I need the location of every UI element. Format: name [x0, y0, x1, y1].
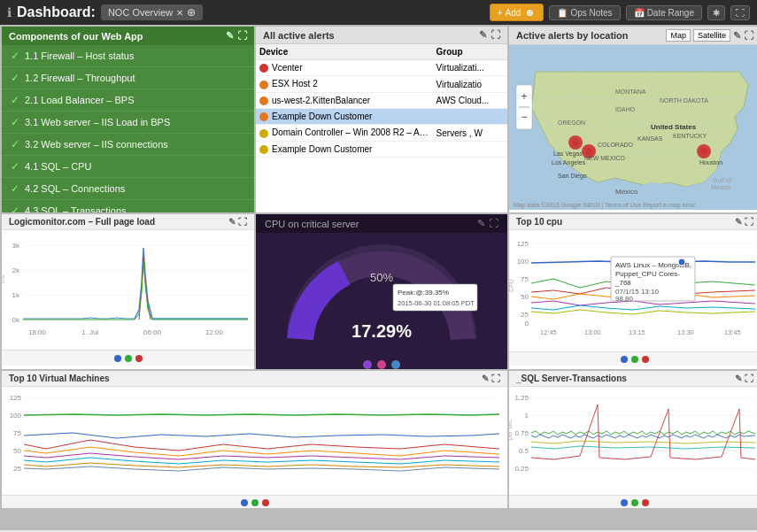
- component-item: ✓4.3 SQL – Transactions: [2, 200, 254, 212]
- top10vm-expand-icon[interactable]: ⛶: [491, 374, 500, 383]
- svg-text:0: 0: [525, 320, 529, 328]
- dot-r: [642, 356, 649, 363]
- top10cpu-expand-icon[interactable]: ⛶: [745, 217, 753, 227]
- component-item: ✓1.2 Firewall – Throughput: [2, 67, 254, 89]
- svg-text:−: −: [521, 111, 527, 123]
- components-expand-icon[interactable]: ⛶: [237, 30, 247, 42]
- fullpage-expand-icon[interactable]: ⛶: [238, 217, 247, 227]
- alert-device: Domain Controller – Win 2008 R2 – AD, DN…: [256, 125, 433, 141]
- svg-text:3k: 3k: [12, 242, 20, 250]
- component-item: ✓3.2 Web server – IIS connections: [2, 134, 254, 156]
- svg-text:Mexico: Mexico: [711, 184, 730, 190]
- alerts-col-group: Group: [433, 44, 507, 60]
- sql-expand-icon[interactable]: ⛶: [745, 374, 753, 383]
- svg-text:125: 125: [517, 240, 529, 248]
- svg-text:13:45: 13:45: [724, 328, 741, 336]
- svg-text:Los Angeles: Los Angeles: [552, 159, 586, 166]
- alert-group: Servers , W: [433, 125, 507, 141]
- ops-notes-button[interactable]: 📋 Ops Notes: [549, 5, 620, 20]
- satellite-view-button[interactable]: Satellite: [693, 29, 730, 42]
- svg-text:0.25: 0.25: [514, 465, 529, 473]
- noc-tab-plus-icon[interactable]: ⊕: [187, 6, 196, 19]
- sql-title: _SQL Server-Transactions: [516, 374, 627, 383]
- alert-device: us-west-2.KittenBalancer: [256, 92, 433, 108]
- components-edit-icon[interactable]: ✎: [226, 30, 234, 42]
- dot-red: [135, 355, 143, 362]
- gauge-edit-icon[interactable]: ✎: [477, 218, 485, 229]
- svg-text:Las Vegas: Las Vegas: [553, 150, 583, 158]
- svg-text:Puppet_CPU Cores-: Puppet_CPU Cores-: [615, 270, 680, 278]
- noc-tab-label: NOC Overview: [108, 7, 173, 18]
- top10vm-edit-icon[interactable]: ✎: [482, 374, 489, 383]
- add-button[interactable]: + Add ⊕: [490, 4, 545, 21]
- svg-text:1. Jul: 1. Jul: [81, 328, 98, 336]
- fullpage-edit-icon[interactable]: ✎: [228, 217, 236, 227]
- svg-text:06:00: 06:00: [143, 328, 162, 336]
- gauge-svg: 50% 17.29% Peak:@:39.35% 2015-06-30 01:0…: [256, 233, 507, 357]
- alert-group: [433, 109, 507, 125]
- svg-text:ms: ms: [2, 274, 5, 283]
- components-actions: ✎ ⛶: [226, 30, 247, 42]
- top10vm-footer: [2, 495, 507, 508]
- check-icon: ✓: [11, 72, 19, 84]
- map-view-button[interactable]: Map: [666, 29, 691, 42]
- alerts-table: Device Group Vcenter Virtualizati... ESX…: [256, 44, 507, 158]
- info-icon: ℹ: [7, 5, 12, 19]
- alert-row[interactable]: ESX Host 2 Virtualizatio: [256, 76, 507, 92]
- alert-device: ESX Host 2: [256, 76, 433, 92]
- check-icon: ✓: [11, 116, 19, 128]
- alert-device: Vcenter: [256, 60, 433, 76]
- svg-text:18:00: 18:00: [28, 328, 47, 336]
- map-expand-icon[interactable]: ⛶: [744, 30, 753, 41]
- check-icon: ✓: [11, 94, 19, 106]
- components-panel-header: Components of our Web App ✎ ⛶: [2, 27, 254, 45]
- alert-row[interactable]: us-west-2.KittenBalancer AWS Cloud...: [256, 92, 507, 108]
- alert-device: Example Down Customer: [256, 141, 433, 157]
- svg-text:Mexico: Mexico: [615, 188, 638, 196]
- add-icon: +: [498, 8, 503, 18]
- alert-device: Example Down Customer: [256, 109, 433, 125]
- alerts-col-device: Device: [256, 44, 433, 60]
- alert-row[interactable]: Vcenter Virtualizati...: [256, 60, 507, 76]
- svg-point-12: [700, 148, 707, 155]
- expand-button[interactable]: ⛶: [730, 5, 750, 20]
- map-edit-icon[interactable]: ✎: [733, 30, 741, 42]
- map-panel-header: Active alerts by location Map Satellite …: [509, 27, 757, 45]
- svg-text:12:45: 12:45: [540, 328, 557, 336]
- map-svg: + − MONTANA NORTH DAKOTA IDAHO OREGON Un…: [509, 45, 757, 210]
- noc-tab[interactable]: NOC Overview ✕ ⊕: [101, 4, 203, 20]
- component-label: 4.2 SQL – Connections: [25, 183, 125, 194]
- svg-text:13:15: 13:15: [629, 328, 645, 336]
- svg-text:50%: 50%: [370, 271, 393, 284]
- settings-button[interactable]: ✱: [707, 5, 725, 20]
- component-label: 1.2 Firewall – Throughput: [25, 73, 135, 83]
- svg-text:25: 25: [13, 465, 21, 473]
- alerts-panel-header: All active alerts ✎ ⛶: [256, 27, 507, 44]
- sql-transactions-panel: _SQL Server-Transactions ✎ ⛶ 1.25 1 0.75…: [509, 371, 757, 508]
- check-icon: ✓: [11, 182, 19, 195]
- svg-text:13:30: 13:30: [677, 328, 694, 336]
- dot-g: [631, 356, 638, 363]
- alert-row[interactable]: Example Down Customer: [256, 109, 507, 125]
- sql-edit-icon[interactable]: ✎: [735, 374, 742, 383]
- svg-text:United States: United States: [651, 123, 697, 131]
- svg-text:17.29%: 17.29%: [351, 321, 412, 341]
- dot-blue: [114, 355, 121, 362]
- alert-row[interactable]: Domain Controller – Win 2008 R2 – AD, DN…: [256, 125, 507, 141]
- alert-row[interactable]: Example Down Customer: [256, 141, 507, 157]
- alerts-expand-icon[interactable]: ⛶: [491, 29, 500, 41]
- svg-text:100: 100: [517, 258, 529, 266]
- alerts-edit-icon[interactable]: ✎: [479, 29, 487, 41]
- svg-text:San Diego: San Diego: [558, 173, 587, 180]
- header-bar: ℹ Dashboard: NOC Overview ✕ ⊕ + Add ⊕ 📋 …: [0, 0, 757, 25]
- svg-text:98.80: 98.80: [615, 295, 634, 303]
- component-item: ✓4.1 SQL – CPU: [2, 156, 254, 178]
- top10cpu-chart: 125 100 75 50 25 0 CPU AWS Linux: [509, 230, 757, 350]
- date-range-button[interactable]: 📅 Date Range: [626, 5, 702, 20]
- svg-text:0.75: 0.75: [514, 429, 529, 437]
- gauge-panel: CPU on critical server ✎ ⛶ 50% 17.29% Pe…: [256, 214, 507, 369]
- gauge-expand-icon[interactable]: ⛶: [489, 218, 498, 229]
- top10cpu-edit-icon[interactable]: ✎: [735, 217, 742, 227]
- header-title: Dashboard:: [17, 4, 96, 20]
- add-circle-icon: ⊕: [523, 6, 536, 19]
